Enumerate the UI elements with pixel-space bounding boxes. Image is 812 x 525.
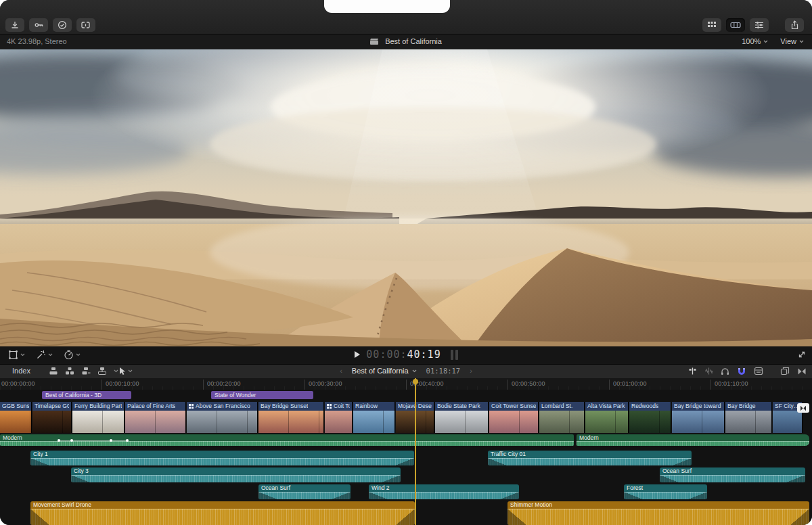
ruler-timecode: 00:00:50:00	[512, 380, 545, 387]
video-clip[interactable]: Alta Vista Park	[585, 402, 629, 433]
project-duration: 01:18:17	[426, 367, 461, 375]
clip-name: Lombard St.	[539, 402, 584, 411]
audio-clip-name: Ocean Surf	[258, 484, 351, 492]
video-clip[interactable]: Timelapse GGB	[32, 402, 72, 433]
video-clip[interactable]: Palace of Fine Arts	[125, 402, 186, 433]
clip-name: Rainbow	[353, 402, 394, 411]
range-selection-icon[interactable]	[76, 18, 95, 32]
audio-waveform	[30, 509, 415, 525]
audio-waveform	[369, 492, 519, 499]
music-clip[interactable]: Modern	[0, 434, 574, 446]
skimming-icon[interactable]	[688, 367, 697, 375]
clip-name-text: Bay Bridge Sunset	[261, 402, 308, 411]
audio-clip[interactable]: Movement Swirl Drone	[30, 501, 415, 525]
video-clip[interactable]: Rainbow	[353, 402, 395, 433]
clapperboard-icon	[370, 38, 379, 45]
audio-clip-name: Shimmer Motion	[508, 501, 809, 509]
keyframe-dot[interactable]	[110, 439, 112, 442]
audio-clip[interactable]: Wind 2	[369, 484, 519, 499]
video-clip[interactable]: Redwoods	[629, 402, 671, 433]
clip-name-text: Palace of Fine Arts	[127, 402, 175, 411]
video-clip[interactable]: Bay Bridge toward SF	[672, 402, 725, 433]
audio-clip[interactable]: Ocean Surf	[660, 467, 805, 482]
clip-appearance-icon[interactable]	[754, 367, 763, 375]
music-clip[interactable]: Modern	[577, 434, 809, 446]
transitions-browser-icon[interactable]	[797, 367, 807, 375]
clip-thumbnail	[672, 411, 724, 433]
keyframe-dot[interactable]	[70, 439, 73, 442]
grid-view-icon[interactable]	[702, 18, 721, 32]
timeline-body: Best of California - 3DState of Wonder G…	[0, 390, 812, 525]
clip-thumbnail	[0, 411, 31, 433]
play-icon[interactable]	[354, 350, 361, 359]
keyframe-dot[interactable]	[58, 439, 60, 442]
title-clip[interactable]: State of Wonder	[211, 391, 313, 399]
keyframe-dot[interactable]	[126, 439, 129, 442]
clip-name: Coit Tower Sunset	[489, 402, 538, 411]
audio-clip[interactable]: Forest	[624, 484, 707, 499]
clip-name: Bodie State Park	[435, 402, 488, 411]
video-clip[interactable]: Coit To…	[325, 402, 353, 433]
audio-clip[interactable]: Traffic City 01	[488, 451, 692, 465]
audio-waveform	[258, 492, 351, 499]
next-project-icon[interactable]: ›	[470, 367, 472, 375]
ruler-tick	[203, 380, 204, 390]
audio-clip[interactable]: Ocean Surf	[258, 484, 351, 499]
video-clip[interactable]: Coit Tower Sunset	[489, 402, 539, 433]
prev-project-icon[interactable]: ‹	[340, 367, 342, 375]
audio-meters[interactable]	[451, 350, 458, 360]
desert-scene	[0, 49, 812, 346]
audio-waveform	[30, 458, 414, 465]
audio-skimming-icon[interactable]	[704, 367, 713, 375]
video-clip[interactable]: Above San Francisco	[187, 402, 258, 433]
expand-icon[interactable]	[797, 350, 807, 359]
solo-icon[interactable]	[721, 367, 729, 375]
playhead-handle[interactable]	[413, 379, 418, 384]
clip-name-text: GGB Sunset	[2, 402, 29, 411]
audio-clip[interactable]: City 3	[71, 467, 401, 482]
zoom-dropdown[interactable]: 100%	[742, 37, 768, 45]
key-icon[interactable]	[29, 18, 48, 32]
clip-name-text: Ferry Building Part 2	[74, 402, 122, 411]
adjust-sliders-icon[interactable]	[750, 18, 769, 32]
clip-thumbnail	[353, 411, 394, 433]
snapping-icon[interactable]	[737, 367, 746, 375]
ruler-timecode: 00:01:10:00	[715, 380, 748, 387]
display-notch	[324, 0, 450, 13]
audio-clip[interactable]: Shimmer Motion	[508, 501, 809, 525]
video-clip[interactable]: Bodie State Park	[435, 402, 489, 433]
video-clip[interactable]: GGB Sunset	[0, 402, 32, 433]
audio-waveform	[71, 475, 401, 482]
video-clip[interactable]: Lombard St.	[539, 402, 585, 433]
share-icon[interactable]	[785, 18, 804, 32]
audio-waveform	[624, 492, 707, 499]
audio-waveform	[488, 458, 692, 465]
clip-name: Ferry Building Part 2	[72, 402, 124, 411]
audio-clip-name: Ocean Surf	[660, 467, 805, 475]
clip-thumbnail	[32, 411, 71, 433]
toolbar-left-group	[5, 18, 95, 32]
import-icon[interactable]	[5, 18, 24, 32]
video-clip[interactable]: Ferry Building Part 2	[72, 402, 125, 433]
timeline-end-marker-icon	[797, 403, 809, 413]
clip-name: Palace of Fine Arts	[125, 402, 185, 411]
project-title: Best of California	[385, 37, 442, 45]
view-dropdown[interactable]: View	[780, 37, 804, 45]
audio-clip[interactable]: City 1	[30, 451, 414, 465]
tasks-check-icon[interactable]	[53, 18, 72, 32]
clip-name-text: Alta Vista Park	[587, 402, 625, 411]
timeline-ruler[interactable]: 00:00:00:0000:00:10:0000:00:20:0000:00:3…	[0, 378, 812, 390]
filmstrip-view-icon[interactable]	[726, 18, 745, 32]
video-clip[interactable]: Bay Bridge	[725, 402, 772, 433]
playhead[interactable]	[415, 378, 416, 525]
timecode-display[interactable]: 00:00:40:19	[366, 348, 441, 361]
timeline-project-name[interactable]: Best of California	[352, 367, 417, 375]
clip-name: Above San Francisco	[187, 402, 257, 411]
title-clip[interactable]: Best of California - 3D	[42, 391, 131, 399]
effects-browser-icon[interactable]	[780, 367, 790, 375]
clip-name-text: Timelapse GGB	[35, 402, 69, 411]
video-clip[interactable]: Bay Bridge Sunset	[258, 402, 324, 433]
clip-thumbnail	[435, 411, 488, 433]
clip-thumbnail	[629, 411, 671, 433]
app-window: 4K 23.98p, Stereo Best of California 100…	[0, 0, 812, 525]
